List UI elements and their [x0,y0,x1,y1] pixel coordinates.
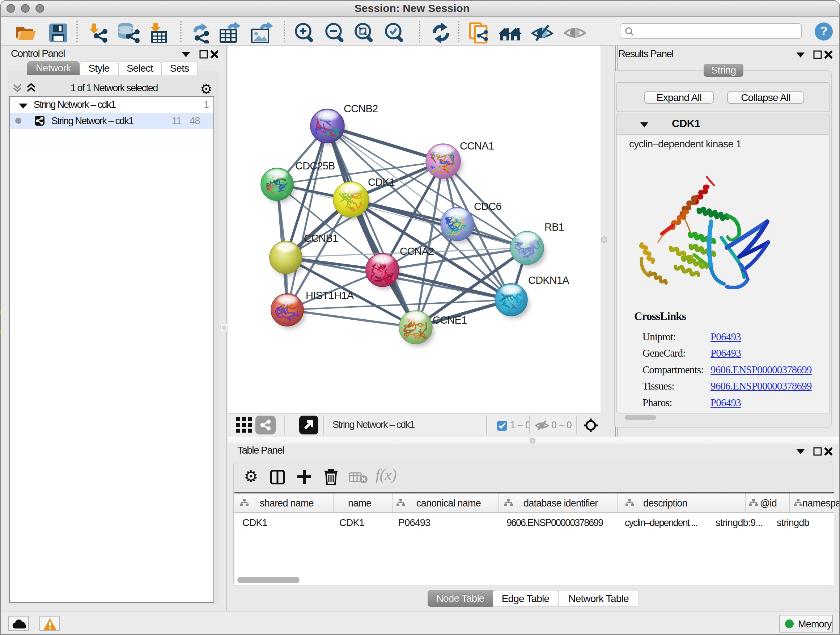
svg-text:CDKN1A: CDKN1A [528,274,569,286]
svg-text:CDK1: CDK1 [368,176,395,188]
svg-text:HIST1H1A: HIST1H1A [306,290,354,301]
svg-text:CCNB1: CCNB1 [304,233,338,244]
svg-text:CCNA1: CCNA1 [460,140,494,152]
svg-text:CCNB2: CCNB2 [344,103,378,114]
svg-text:CCNE1: CCNE1 [433,314,467,326]
svg-text:RB1: RB1 [545,221,564,233]
svg-text:CDC25B: CDC25B [295,160,335,172]
svg-text:CDC6: CDC6 [474,201,501,212]
svg-text:CCNA2: CCNA2 [400,245,434,257]
